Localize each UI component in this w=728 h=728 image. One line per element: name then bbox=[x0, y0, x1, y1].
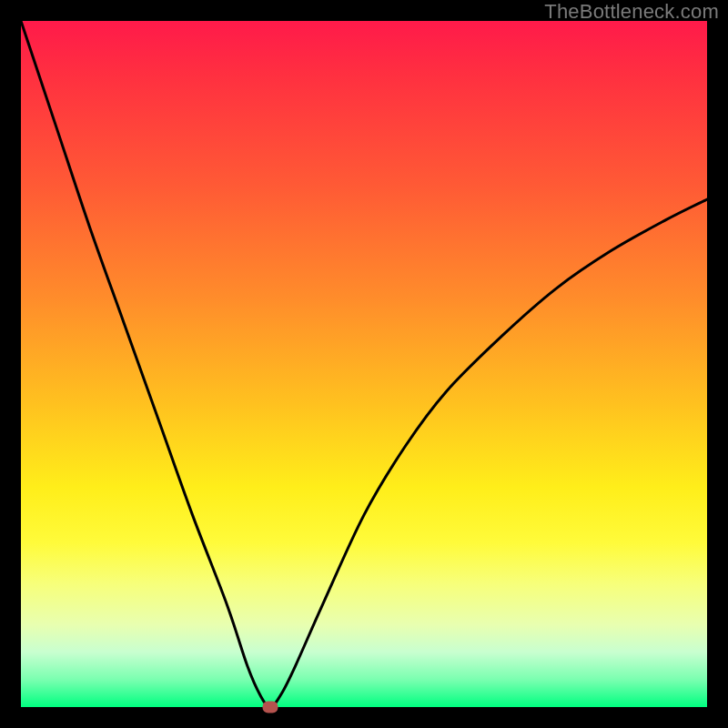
plot-area bbox=[21, 21, 707, 707]
chart-frame: TheBottleneck.com bbox=[0, 0, 728, 728]
curve-svg bbox=[21, 21, 707, 707]
minimum-marker bbox=[263, 702, 278, 713]
watermark-text: TheBottleneck.com bbox=[544, 0, 719, 24]
bottleneck-curve bbox=[21, 21, 707, 707]
